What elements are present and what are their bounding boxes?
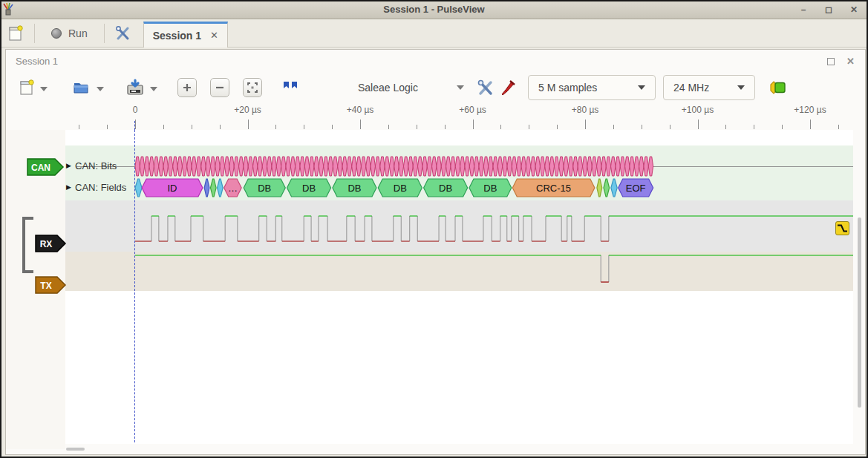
can-bit-annotation[interactable] <box>418 157 422 176</box>
settings-button[interactable] <box>109 22 137 45</box>
can-bit-annotation[interactable] <box>262 157 267 176</box>
can-bit-annotation[interactable] <box>639 157 644 176</box>
can-bit-annotation[interactable] <box>489 157 493 176</box>
can-bit-annotation[interactable] <box>300 157 304 176</box>
can-bit-annotation[interactable] <box>531 157 535 176</box>
can-bit-annotation[interactable] <box>135 157 140 176</box>
can-bit-annotation[interactable] <box>225 157 229 176</box>
device-select[interactable]: Saleae Logic <box>358 75 464 100</box>
can-bit-annotation[interactable] <box>234 157 238 176</box>
can-bit-annotation[interactable] <box>389 157 394 176</box>
can-bit-annotation[interactable] <box>239 157 244 176</box>
can-bit-annotation[interactable] <box>479 157 483 176</box>
expander-icon[interactable]: ▶ <box>66 162 71 169</box>
can-bit-annotation[interactable] <box>526 157 530 176</box>
can-bit-annotation[interactable] <box>503 157 507 176</box>
can-bit-annotation[interactable] <box>578 157 582 176</box>
can-bit-annotation[interactable] <box>371 157 375 176</box>
can-bit-annotation[interactable] <box>620 157 624 176</box>
can-bit-annotation[interactable] <box>465 157 469 176</box>
can-bit-annotation[interactable] <box>521 157 526 176</box>
can-bit-annotation[interactable] <box>253 157 258 176</box>
can-field-annotation[interactable] <box>135 179 142 197</box>
can-bit-annotation[interactable] <box>422 157 427 176</box>
can-bit-annotation[interactable] <box>272 157 276 176</box>
can-bit-annotation[interactable] <box>187 157 192 176</box>
can-bit-annotation[interactable] <box>244 157 248 176</box>
time-ruler[interactable]: 0+20 µs+40 µs+60 µs+80 µs+100 µs+120 µs <box>65 105 853 130</box>
can-bit-annotation[interactable] <box>568 157 572 176</box>
can-bit-annotation[interactable] <box>319 157 323 176</box>
signal-tag-rx[interactable]: RX <box>35 235 68 252</box>
can-bit-annotation[interactable] <box>229 157 234 176</box>
can-bit-annotation[interactable] <box>601 157 606 176</box>
can-bit-annotation[interactable] <box>549 157 554 176</box>
can-bit-annotation[interactable] <box>554 157 558 176</box>
can-bit-annotation[interactable] <box>347 157 351 176</box>
trace-view[interactable]: ID…DBDBDBDBDBDBCRC-15EOF <box>65 130 853 444</box>
panel-close-icon[interactable]: ✕ <box>846 56 855 67</box>
can-bit-annotation[interactable] <box>314 157 319 176</box>
can-bit-annotation[interactable] <box>512 157 516 176</box>
close-icon[interactable]: ✕ <box>847 3 861 16</box>
can-bit-annotation[interactable] <box>145 157 149 176</box>
can-bit-annotation[interactable] <box>587 157 592 176</box>
can-bit-annotation[interactable] <box>168 157 172 176</box>
can-bit-annotation[interactable] <box>606 157 610 176</box>
maximize-icon[interactable]: ◻ <box>822 3 835 16</box>
can-bit-annotation[interactable] <box>210 157 215 176</box>
can-field-annotation[interactable] <box>204 179 209 197</box>
sample-count-select[interactable]: 5 M samples <box>528 75 656 100</box>
can-bit-annotation[interactable] <box>493 157 497 176</box>
can-bit-annotation[interactable] <box>597 157 601 176</box>
can-bit-annotation[interactable] <box>342 157 347 176</box>
can-field-annotation[interactable] <box>611 179 617 197</box>
can-bit-annotation[interactable] <box>507 157 512 176</box>
signal-tag-tx[interactable]: TX <box>35 276 68 294</box>
open-dropdown[interactable] <box>94 75 107 100</box>
save-dropdown[interactable] <box>147 75 160 100</box>
can-bit-annotation[interactable] <box>201 157 206 176</box>
add-decoder-button[interactable] <box>766 75 791 100</box>
panel-float-icon[interactable] <box>827 58 835 65</box>
can-bit-annotation[interactable] <box>206 157 210 176</box>
can-bit-annotation[interactable] <box>163 157 168 176</box>
can-bit-annotation[interactable] <box>196 157 200 176</box>
can-bit-annotation[interactable] <box>304 157 309 176</box>
expander-icon[interactable]: ▶ <box>66 183 71 191</box>
can-bit-annotation[interactable] <box>394 157 399 176</box>
can-bit-annotation[interactable] <box>497 157 502 176</box>
can-bit-annotation[interactable] <box>634 157 639 176</box>
can-bit-annotation[interactable] <box>356 157 361 176</box>
can-bit-annotation[interactable] <box>564 157 568 176</box>
can-bit-annotation[interactable] <box>611 157 616 176</box>
can-bit-annotation[interactable] <box>140 157 144 176</box>
trigger-marker[interactable] <box>835 221 849 235</box>
can-bit-annotation[interactable] <box>437 157 441 176</box>
tab-session-1[interactable]: Session 1 ✕ <box>143 22 228 48</box>
sample-rate-select[interactable]: 24 MHz <box>663 75 755 100</box>
trace-group-bracket[interactable] <box>22 217 33 273</box>
can-bit-annotation[interactable] <box>290 157 295 176</box>
can-bit-annotation[interactable] <box>616 157 620 176</box>
vertical-scrollbar[interactable] <box>858 217 861 408</box>
can-bit-annotation[interactable] <box>154 157 158 176</box>
can-field-annotation[interactable] <box>604 179 610 197</box>
can-field-annotation[interactable] <box>211 179 217 197</box>
zoom-fit-button[interactable] <box>241 75 264 100</box>
show-cursors-button[interactable] <box>279 75 301 100</box>
can-bit-annotation[interactable] <box>648 157 653 176</box>
titlebar[interactable]: Session 1 - PulseView – ◻ ✕ <box>1 1 867 19</box>
can-bit-annotation[interactable] <box>328 157 333 176</box>
can-bit-annotation[interactable] <box>404 157 408 176</box>
can-bit-annotation[interactable] <box>361 157 365 176</box>
can-bit-annotation[interactable] <box>182 157 186 176</box>
can-bit-annotation[interactable] <box>380 157 385 176</box>
can-bit-annotation[interactable] <box>215 157 220 176</box>
channels-button[interactable] <box>497 75 518 100</box>
can-bit-annotation[interactable] <box>399 157 403 176</box>
can-bit-annotation[interactable] <box>625 157 630 176</box>
can-bit-annotation[interactable] <box>385 157 389 176</box>
can-bit-annotation[interactable] <box>432 157 437 176</box>
can-bit-annotation[interactable] <box>375 157 379 176</box>
